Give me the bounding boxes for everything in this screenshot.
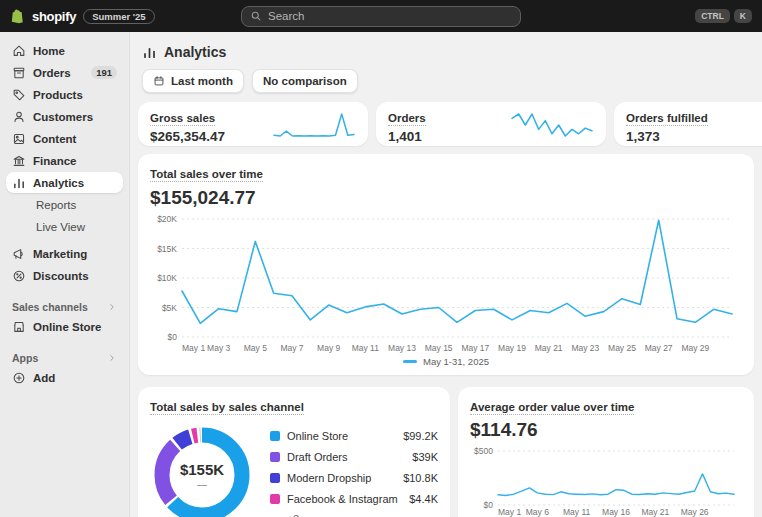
sidebar-item-label: Customers (33, 111, 93, 123)
sidebar-item-discounts[interactable]: Discounts (6, 265, 123, 286)
legend-value: $39K (412, 451, 438, 463)
svg-text:May 25: May 25 (608, 343, 636, 353)
total-sales-chart-legend: May 1-31, 2025 (150, 356, 742, 369)
sales-channels-section[interactable]: Sales channels (0, 298, 129, 316)
page-header: Analytics (138, 42, 754, 60)
svg-text:May 21: May 21 (641, 507, 669, 517)
add-icon (12, 371, 26, 385)
legend-row-modern-dropship[interactable]: Modern Dropship $10.8K (270, 467, 438, 488)
k-key-badge: K (734, 9, 752, 23)
sidebar-item-orders[interactable]: Orders 191 (6, 62, 123, 83)
sidebar-item-marketing[interactable]: Marketing (6, 243, 123, 264)
sidebar-item-label: Products (33, 89, 83, 101)
svg-text:May 11: May 11 (352, 343, 380, 353)
sidebar: Home Orders 191 Products Customers Conte… (0, 32, 130, 517)
sales-by-channel-card: Total sales by sales channel $155K — Onl… (138, 387, 450, 517)
donut-center: $155K — (150, 423, 254, 517)
kpi-value: 1,373 (626, 129, 762, 144)
comparison-button[interactable]: No comparison (252, 69, 358, 93)
shopify-logo[interactable]: shopify Summer '25 (10, 9, 155, 24)
aov-title: Average order value over time (470, 401, 634, 415)
legend-line-swatch (403, 360, 417, 363)
facebook-instagram-swatch (270, 494, 280, 504)
home-icon (12, 44, 26, 58)
sidebar-item-finance[interactable]: Finance (6, 150, 123, 171)
legend-row-online-store[interactable]: Online Store $99.2K (270, 425, 438, 446)
sidebar-item-customers[interactable]: Customers (6, 106, 123, 127)
svg-text:May 1: May 1 (182, 343, 205, 353)
kpi-card-orders[interactable]: Orders 1,401 (376, 102, 606, 146)
svg-text:May 19: May 19 (498, 343, 526, 353)
svg-text:May 7: May 7 (280, 343, 303, 353)
average-order-value-card: Average order value over time $114.76 $0… (458, 387, 754, 517)
date-range-button[interactable]: Last month (142, 69, 244, 93)
svg-text:$0: $0 (168, 332, 178, 342)
aov-value: $114.76 (470, 419, 742, 441)
total-sales-title: Total sales over time (150, 168, 263, 182)
svg-text:May 27: May 27 (645, 343, 673, 353)
brand-name: shopify (32, 9, 76, 24)
total-sales-line-chart: $0$5K$10K$15K$20KMay 1May 3May 5May 7May… (150, 211, 742, 355)
donut-center-value: $155K (180, 461, 224, 478)
sidebar-item-reports[interactable]: Reports (6, 194, 123, 215)
svg-text:May 15: May 15 (425, 343, 453, 353)
total-sales-value: $155,024.77 (150, 187, 742, 209)
ctrl-key-badge: CTRL (695, 9, 730, 23)
topbar: shopify Summer '25 Search CTRL K (0, 0, 762, 32)
svg-text:$10K: $10K (157, 273, 177, 283)
donut-center-sub: — (197, 479, 207, 490)
svg-text:May 21: May 21 (535, 343, 563, 353)
sidebar-item-products[interactable]: Products (6, 84, 123, 105)
more-channels-link[interactable]: +3 more (287, 513, 438, 517)
sidebar-item-label: Reports (36, 199, 76, 211)
kpi-card-gross-sales[interactable]: Gross sales $265,354.47 (138, 102, 368, 146)
sidebar-item-label: Discounts (33, 270, 89, 282)
orders-count-badge: 191 (91, 66, 117, 79)
legend-label: Modern Dropship (287, 472, 371, 484)
svg-text:May 16: May 16 (602, 507, 630, 517)
sidebar-item-content[interactable]: Content (6, 128, 123, 149)
main-content: Analytics Last month No comparison Gross… (130, 32, 762, 517)
sidebar-item-label: Analytics (33, 177, 84, 189)
kpi-label: Orders (388, 112, 426, 126)
legend-row-draft-orders[interactable]: Draft Orders $39K (270, 446, 438, 467)
finance-icon (12, 154, 26, 168)
modern-dropship-swatch (270, 473, 280, 483)
shopify-admin-window: shopify Summer '25 Search CTRL K Home Or… (0, 0, 762, 517)
donut-legend: Online Store $99.2K Draft Orders $39K Mo… (270, 425, 438, 517)
legend-row-facebook-instagram[interactable]: Facebook & Instagram $4.4K (270, 488, 438, 509)
customers-icon (12, 110, 26, 124)
legend-value: $99.2K (403, 430, 438, 442)
version-badge: Summer '25 (83, 9, 154, 24)
discounts-icon (12, 269, 26, 283)
svg-text:$15K: $15K (157, 244, 177, 254)
sidebar-item-add-app[interactable]: Add (6, 367, 123, 388)
sidebar-item-home[interactable]: Home (6, 40, 123, 61)
search-icon (250, 10, 262, 22)
sidebar-item-label: Home (33, 45, 65, 57)
kpi-label: Gross sales (150, 112, 215, 126)
gross-sales-sparkline (272, 112, 356, 138)
legend-label: Facebook & Instagram (287, 493, 398, 505)
kpi-label: Orders fulfilled (626, 112, 708, 126)
svg-text:May 1: May 1 (498, 507, 521, 517)
legend-label: Online Store (287, 430, 348, 442)
search-input[interactable]: Search (241, 6, 521, 27)
apps-section[interactable]: Apps (0, 349, 129, 367)
analytics-page-icon (142, 45, 157, 60)
svg-text:May 3: May 3 (207, 343, 230, 353)
products-icon (12, 88, 26, 102)
legend-value: $4.4K (409, 493, 438, 505)
section-label: Apps (12, 352, 38, 364)
sidebar-item-live-view[interactable]: Live View (6, 216, 123, 237)
draft-orders-swatch (270, 452, 280, 462)
sidebar-item-analytics[interactable]: Analytics (6, 172, 123, 193)
svg-text:May 17: May 17 (461, 343, 489, 353)
svg-text:$0: $0 (484, 500, 494, 510)
sidebar-item-label: Finance (33, 155, 76, 167)
online-store-swatch (270, 431, 280, 441)
kpi-card-orders-fulfilled[interactable]: Orders fulfilled 1,373 (614, 102, 762, 146)
sidebar-item-online-store[interactable]: Online Store (6, 316, 123, 337)
keyboard-shortcut: CTRL K (695, 9, 752, 23)
section-label: Sales channels (12, 301, 88, 313)
